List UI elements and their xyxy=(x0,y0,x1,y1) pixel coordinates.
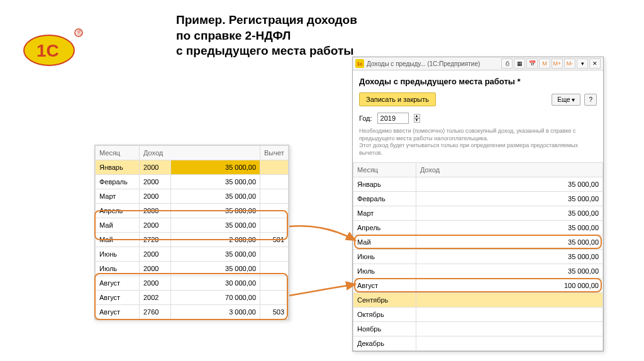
window-titlebar[interactable]: 1c Доходы с предыду... (1С:Предприятие) … xyxy=(353,57,603,70)
col-income[interactable]: Доход xyxy=(140,146,260,160)
table-row[interactable]: Май 35 000,00 xyxy=(353,235,603,249)
cell-amount[interactable]: 35 000,00 xyxy=(416,191,603,206)
col-month-right[interactable]: Месяц xyxy=(353,162,416,177)
cell-amount[interactable]: 35 000,00 xyxy=(171,160,260,175)
cell-month[interactable]: Апрель xyxy=(353,220,416,235)
cell-amount[interactable]: 3 000,00 xyxy=(171,305,260,319)
cell-month[interactable]: Май xyxy=(96,218,140,233)
year-spinner-down-icon[interactable]: ▼ xyxy=(414,118,420,123)
cell-month[interactable]: Октябрь xyxy=(353,307,416,321)
cell-month[interactable]: Ноябрь xyxy=(353,321,416,336)
cell-amount[interactable]: 35 000,00 xyxy=(171,175,260,189)
cell-code[interactable]: 2760 xyxy=(140,305,171,319)
table-row[interactable]: Январь 2000 35 000,00 xyxy=(96,160,289,175)
cell-amount[interactable]: 35 000,00 xyxy=(416,177,603,191)
cell-month[interactable]: Январь xyxy=(353,177,416,191)
cell-deduction[interactable] xyxy=(260,276,289,291)
toolbar-calendar-icon[interactable]: 📅 xyxy=(526,58,538,69)
cell-deduction[interactable] xyxy=(260,175,289,189)
table-row[interactable]: Ноябрь xyxy=(353,321,603,336)
cell-amount[interactable]: 35 000,00 xyxy=(416,249,603,264)
table-row[interactable]: Февраль 2000 35 000,00 xyxy=(96,175,289,189)
table-row[interactable]: Май 2720 2 000,00 501 xyxy=(96,233,289,247)
cell-month[interactable]: Август xyxy=(96,305,140,319)
table-row[interactable]: Январь 35 000,00 xyxy=(353,177,603,191)
cell-code[interactable]: 2000 xyxy=(140,262,171,276)
toolbar-dropdown-icon[interactable]: ▾ xyxy=(577,58,588,69)
cell-amount[interactable]: 35 000,00 xyxy=(171,189,260,204)
cell-month[interactable]: Июнь xyxy=(96,247,140,262)
window-close-icon[interactable]: ✕ xyxy=(589,58,601,69)
table-row[interactable]: Август 2002 70 000,00 xyxy=(96,291,289,305)
cell-month[interactable]: Февраль xyxy=(96,175,140,189)
cell-month[interactable]: Февраль xyxy=(353,191,416,206)
cell-amount[interactable]: 35 000,00 xyxy=(171,262,260,276)
table-row[interactable]: Апрель 2000 35 000,00 xyxy=(96,204,289,218)
table-row[interactable]: Март 2000 35 000,00 xyxy=(96,189,289,204)
cell-deduction[interactable] xyxy=(260,189,289,204)
table-row[interactable]: Октябрь xyxy=(353,307,603,321)
cell-amount[interactable] xyxy=(416,336,603,350)
col-income-right[interactable]: Доход xyxy=(416,162,603,177)
cell-deduction[interactable] xyxy=(260,204,289,218)
table-row[interactable]: Август 2760 3 000,00 503 xyxy=(96,305,289,319)
col-month[interactable]: Месяц xyxy=(96,146,140,160)
cell-month[interactable]: Март xyxy=(353,206,416,220)
cell-code[interactable]: 2000 xyxy=(140,204,171,218)
toolbar-print-icon[interactable]: ⎙ xyxy=(501,58,513,69)
table-row[interactable]: Апрель 35 000,00 xyxy=(353,220,603,235)
cell-month[interactable]: Январь xyxy=(96,160,140,175)
cell-deduction[interactable] xyxy=(260,291,289,305)
cell-code[interactable]: 2000 xyxy=(140,175,171,189)
cell-amount[interactable] xyxy=(416,292,603,307)
table-row[interactable]: Июнь 2000 35 000,00 xyxy=(96,247,289,262)
cell-month[interactable]: Март xyxy=(96,189,140,204)
cell-amount[interactable]: 35 000,00 xyxy=(171,247,260,262)
cell-deduction[interactable] xyxy=(260,247,289,262)
cell-month[interactable]: Август xyxy=(96,276,140,291)
cell-deduction[interactable] xyxy=(260,262,289,276)
table-row[interactable]: Декабрь xyxy=(353,336,603,350)
cell-amount[interactable]: 35 000,00 xyxy=(171,218,260,233)
cell-amount[interactable] xyxy=(416,307,603,321)
table-row[interactable]: Март 35 000,00 xyxy=(353,206,603,220)
cell-code[interactable]: 2000 xyxy=(140,218,171,233)
cell-amount[interactable]: 35 000,00 xyxy=(171,204,260,218)
cell-code[interactable]: 2000 xyxy=(140,189,171,204)
cell-deduction[interactable] xyxy=(260,218,289,233)
table-row[interactable]: Февраль 35 000,00 xyxy=(353,191,603,206)
cell-deduction[interactable]: 501 xyxy=(260,233,289,247)
cell-code[interactable]: 2002 xyxy=(140,291,171,305)
cell-month[interactable]: Май xyxy=(353,235,416,249)
cell-amount[interactable] xyxy=(416,321,603,336)
cell-amount[interactable]: 35 000,00 xyxy=(416,220,603,235)
cell-amount[interactable]: 35 000,00 xyxy=(416,206,603,220)
table-row[interactable]: Июль 2000 35 000,00 xyxy=(96,262,289,276)
table-row[interactable]: Май 2000 35 000,00 xyxy=(96,218,289,233)
cell-amount[interactable]: 30 000,00 xyxy=(171,276,260,291)
cell-deduction[interactable] xyxy=(260,160,289,175)
cell-code[interactable]: 2720 xyxy=(140,233,171,247)
cell-month[interactable]: Июнь xyxy=(353,249,416,264)
cell-month[interactable]: Август xyxy=(353,278,416,292)
help-button[interactable]: ? xyxy=(584,94,597,106)
cell-month[interactable]: Апрель xyxy=(96,204,140,218)
table-row[interactable]: Август 2000 30 000,00 xyxy=(96,276,289,291)
cell-amount[interactable]: 35 000,00 xyxy=(416,264,603,278)
cell-month[interactable]: Август xyxy=(96,291,140,305)
col-deduction[interactable]: Вычет xyxy=(260,146,289,160)
table-row[interactable]: Сентябрь xyxy=(353,292,603,307)
cell-amount[interactable]: 35 000,00 xyxy=(416,235,603,249)
toolbar-mminus-icon[interactable]: M- xyxy=(564,58,575,69)
more-button[interactable]: Еще ▾ xyxy=(552,94,580,106)
cell-month[interactable]: Май xyxy=(96,233,140,247)
save-close-button[interactable]: Записать и закрыть xyxy=(359,92,436,106)
cell-amount[interactable]: 70 000,00 xyxy=(171,291,260,305)
table-row[interactable]: Июнь 35 000,00 xyxy=(353,249,603,264)
table-row[interactable]: Июль 35 000,00 xyxy=(353,264,603,278)
toolbar-mplus-icon[interactable]: M+ xyxy=(552,58,563,69)
cell-code[interactable]: 2000 xyxy=(140,247,171,262)
cell-month[interactable]: Июль xyxy=(353,264,416,278)
year-spinner-up-icon[interactable]: ▲ xyxy=(414,114,420,118)
table-row[interactable]: Август 100 000,00 xyxy=(353,278,603,292)
